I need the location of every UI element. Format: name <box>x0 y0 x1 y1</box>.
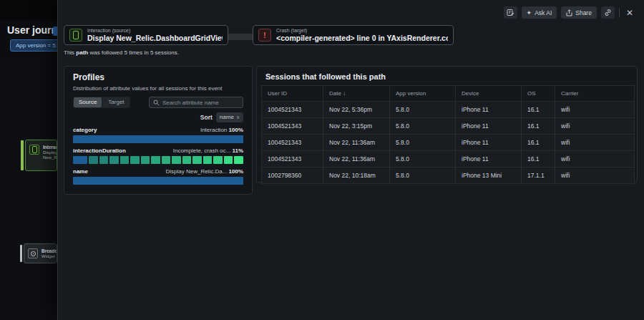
profiles-subtitle: Distribution of attribute values for all… <box>73 85 243 92</box>
path-summary: This path was followed 5 times in 5 sess… <box>64 49 179 56</box>
path-detail-overlay: ✦ Ask AI Share ✕ <box>57 0 644 320</box>
feedback-button[interactable] <box>504 6 517 19</box>
table-cell: 1004521343 <box>262 102 323 118</box>
node-accent-bar <box>20 245 22 262</box>
attribute-row[interactable]: category Interaction 100% <box>73 126 243 143</box>
table-header-row: User IDDate ↓App versionDeviceOSCarrier <box>262 86 635 102</box>
bar-segment <box>141 156 150 164</box>
bar-segment <box>203 156 213 164</box>
bar-segment <box>192 156 202 164</box>
share-icon <box>566 9 572 16</box>
attribute-bar <box>73 177 243 185</box>
node-accent-bar <box>21 140 24 170</box>
overlay-toolbar: ✦ Ask AI Share ✕ <box>504 6 635 19</box>
table-cell: wifi <box>555 168 635 184</box>
interaction-icon <box>29 145 39 155</box>
column-header[interactable]: OS <box>522 86 555 102</box>
table-cell: Nov 22, 11:36am <box>323 135 390 151</box>
ask-ai-label: Ask AI <box>535 9 552 16</box>
table-cell: 1004521343 <box>262 135 323 151</box>
table-cell: Nov 22, 10:18am <box>323 168 390 184</box>
table-cell: iPhone 13 Mini <box>456 168 522 184</box>
table-cell: Nov 22, 5:36pm <box>323 102 390 118</box>
profiles-title: Profiles <box>73 73 243 82</box>
feedback-icon <box>507 9 514 16</box>
table-cell: 5.8.0 <box>390 151 456 168</box>
bar-segment <box>89 156 98 164</box>
bar-segment <box>120 156 130 164</box>
background-page: User journeys App version = 5.8.0 Intera… <box>0 0 57 320</box>
link-icon <box>604 9 612 16</box>
bar-segment <box>182 156 192 164</box>
attribute-bar <box>73 135 243 143</box>
ask-ai-button[interactable]: ✦ Ask AI <box>522 6 557 19</box>
search-input[interactable] <box>162 100 239 106</box>
profiles-panel: Profiles Distribution of attribute value… <box>64 66 253 195</box>
column-header[interactable]: User ID <box>262 86 323 102</box>
table-row[interactable]: 1004521343Nov 22, 11:36am5.8.0iPhone 111… <box>262 135 635 151</box>
source-title: Display New_Relic.DashboardGridViewContr… <box>87 34 223 43</box>
sort-dropdown[interactable]: name ∨ <box>216 112 243 122</box>
table-row[interactable]: 1004521343Nov 22, 5:36pm5.8.0iPhone 1116… <box>262 102 635 118</box>
bar-segment <box>234 156 243 164</box>
table-cell: 1004521343 <box>262 118 323 135</box>
node-sublabel: Widget <box>42 254 57 260</box>
table-cell: 5.8.0 <box>390 102 456 118</box>
attribute-name: name <box>73 168 88 175</box>
table-cell: 16.1 <box>522 151 555 168</box>
column-header[interactable]: Date ↓ <box>323 86 390 102</box>
table-cell: iPhone 11 <box>456 118 522 135</box>
table-cell: iPhone 11 <box>456 151 522 168</box>
bar-segment <box>109 156 119 164</box>
sessions-table: User IDDate ↓App versionDeviceOSCarrier … <box>261 85 635 184</box>
toolbar-divider <box>619 8 620 17</box>
journey-node-interaction[interactable]: Interact Display New_Re <box>25 140 57 171</box>
journey-canvas <box>0 57 57 320</box>
bar-segment <box>151 156 160 164</box>
column-header[interactable]: Device <box>456 86 522 102</box>
path-source-node[interactable]: Interaction (source) Display New_Relic.D… <box>64 25 228 45</box>
table-cell: wifi <box>555 135 635 151</box>
table-cell: 16.1 <box>522 135 555 151</box>
node-label: Interact <box>43 145 57 150</box>
journey-node-breadcrumb[interactable]: Breadcr Widget <box>24 243 57 263</box>
search-icon <box>153 96 160 109</box>
share-button[interactable]: Share <box>561 6 597 19</box>
table-cell: 5.8.0 <box>390 118 456 135</box>
table-row[interactable]: 1004521343Nov 22, 3:15pm5.8.0iPhone 1116… <box>262 118 635 135</box>
attribute-bar <box>73 156 243 164</box>
bar-segment <box>172 156 181 164</box>
table-cell: Nov 22, 3:15pm <box>323 118 390 135</box>
target-title: <compiler-generated> line 0 in YAxisRend… <box>276 34 448 43</box>
bar-segment <box>213 156 223 164</box>
crash-icon: ! <box>258 29 271 42</box>
bar-segment <box>130 156 140 164</box>
table-cell: 1004521343 <box>262 151 323 168</box>
tab-target[interactable]: Target <box>103 97 129 107</box>
bar-segment <box>162 156 171 164</box>
table-cell: 5.8.0 <box>390 168 456 184</box>
attribute-search[interactable] <box>149 97 243 108</box>
share-label: Share <box>575 9 592 16</box>
attribute-name: interactionDuration <box>73 147 126 155</box>
bar-segment <box>224 156 233 164</box>
tab-source[interactable]: Source <box>74 97 102 107</box>
sparkle-icon: ✦ <box>527 9 532 16</box>
table-cell: 1002798360 <box>262 168 323 184</box>
column-header[interactable]: Carrier <box>555 86 635 102</box>
chevron-down-icon: ∨ <box>236 115 240 120</box>
column-header[interactable]: App version <box>390 86 456 102</box>
table-cell: 16.1 <box>522 102 555 118</box>
sessions-panel: Sessions that followed this path User ID… <box>256 66 638 183</box>
close-icon[interactable]: ✕ <box>624 8 635 18</box>
table-row[interactable]: 1004521343Nov 22, 11:36am5.8.0iPhone 111… <box>262 151 635 168</box>
table-cell: iPhone 11 <box>456 135 522 151</box>
table-row[interactable]: 1002798360Nov 22, 10:18am5.8.0iPhone 13 … <box>262 168 635 184</box>
copy-link-button[interactable] <box>601 6 615 19</box>
node-sublabel: Display <box>43 150 57 156</box>
attribute-value: Incomplete, crash oc... 11% <box>173 147 243 155</box>
attribute-row[interactable]: name Display New_Relic.Da... 100% <box>73 168 243 185</box>
attribute-row[interactable]: interactionDuration Incomplete, crash oc… <box>73 147 243 164</box>
path-target-node[interactable]: ! Crash (target) <compiler-generated> li… <box>253 25 454 45</box>
attribute-value: Interaction 100% <box>200 126 243 134</box>
